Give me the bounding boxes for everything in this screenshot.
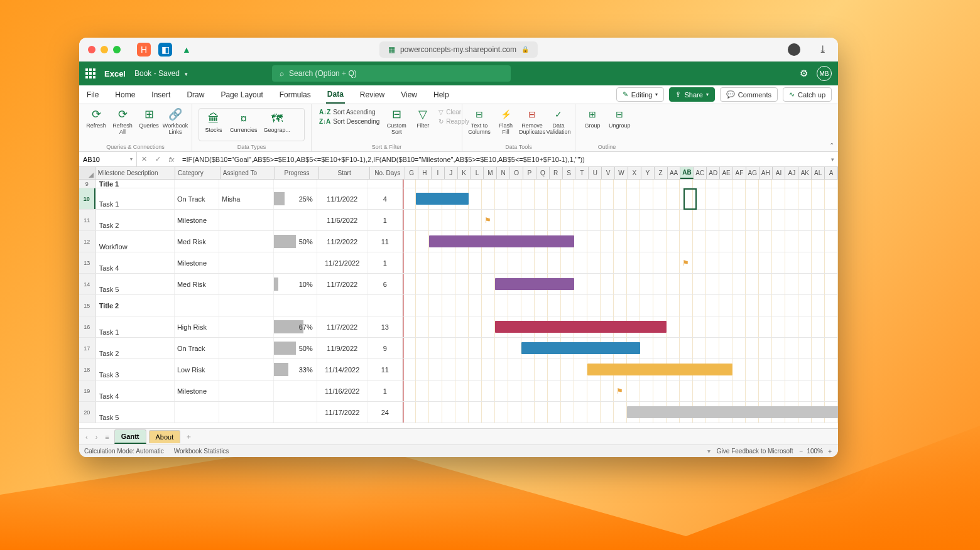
comments-button[interactable]: 💬Comments bbox=[720, 87, 778, 102]
column-header[interactable]: AH bbox=[760, 167, 773, 179]
column-header[interactable]: L bbox=[471, 167, 484, 179]
column-header[interactable]: Q bbox=[536, 167, 550, 179]
column-header[interactable]: AA bbox=[668, 167, 681, 179]
column-header[interactable]: Y bbox=[641, 167, 655, 179]
row-header[interactable]: 20 bbox=[79, 402, 95, 423]
pinned-tab[interactable]: H bbox=[137, 43, 151, 57]
sort-desc-button[interactable]: Z↓ASort Descending bbox=[319, 117, 379, 126]
gantt-bar[interactable] bbox=[495, 321, 667, 333]
menu-tab-home[interactable]: Home bbox=[114, 87, 136, 103]
pinned-tab[interactable]: ▲ bbox=[180, 43, 193, 57]
cell[interactable] bbox=[219, 316, 274, 337]
column-header[interactable]: A bbox=[825, 167, 838, 179]
feedback-link[interactable]: Give Feedback to Microsoft bbox=[717, 448, 793, 455]
sheet-list-icon[interactable]: ≡ bbox=[102, 433, 111, 441]
extension-icon[interactable] bbox=[788, 43, 800, 56]
row-header[interactable]: 15 bbox=[79, 295, 95, 316]
column-header[interactable]: AJ bbox=[785, 167, 798, 179]
cell[interactable]: Task 2 bbox=[95, 338, 175, 359]
menu-tab-insert[interactable]: Insert bbox=[150, 87, 172, 103]
column-header[interactable]: W bbox=[615, 167, 628, 179]
catchup-button[interactable]: ∿Catch up bbox=[783, 87, 832, 102]
cell[interactable]: On Track bbox=[175, 188, 219, 209]
cell[interactable] bbox=[219, 274, 274, 294]
menu-tab-page-layout[interactable]: Page Layout bbox=[219, 87, 264, 103]
cell[interactable]: Task 5 bbox=[95, 274, 175, 294]
add-sheet-icon[interactable]: ＋ bbox=[183, 432, 195, 441]
document-name[interactable]: Book - Saved▾ bbox=[134, 69, 188, 78]
column-header[interactable]: S bbox=[563, 167, 576, 179]
address-bar[interactable]: ▦ powerconcepts-my.sharepoint.com 🔒 bbox=[379, 41, 538, 58]
accept-formula-icon[interactable]: ✓ bbox=[151, 155, 165, 163]
cell[interactable]: 6 bbox=[368, 274, 403, 294]
column-header[interactable]: K bbox=[458, 167, 471, 179]
dropdown-icon[interactable]: ▾ bbox=[707, 448, 710, 455]
cell[interactable] bbox=[219, 210, 274, 230]
cell[interactable] bbox=[317, 180, 368, 188]
menu-tab-help[interactable]: Help bbox=[432, 87, 450, 103]
collapse-ribbon-icon[interactable]: ⌃ bbox=[829, 142, 834, 149]
cell[interactable]: 67% bbox=[274, 316, 317, 337]
fx-icon[interactable]: fx bbox=[165, 156, 178, 163]
column-header[interactable]: G bbox=[405, 167, 418, 179]
gantt-bar[interactable] bbox=[627, 406, 838, 418]
avatar[interactable]: MB bbox=[817, 66, 832, 81]
gantt-area[interactable]: ⚑ bbox=[403, 210, 838, 230]
cell[interactable] bbox=[219, 180, 274, 188]
data-validation-button[interactable]: ✓Data Validation bbox=[547, 107, 570, 137]
sheet-tab-gantt[interactable]: Gantt bbox=[114, 429, 146, 444]
column-header[interactable]: Z bbox=[655, 167, 668, 179]
cell[interactable] bbox=[219, 231, 274, 252]
gantt-bar[interactable] bbox=[587, 364, 732, 375]
cell[interactable] bbox=[368, 180, 403, 188]
column-header[interactable]: AI bbox=[773, 167, 786, 179]
column-header[interactable]: Milestone Description bbox=[95, 167, 175, 179]
stocks-button[interactable]: 🏛Stocks bbox=[202, 111, 226, 135]
gantt-area[interactable] bbox=[403, 402, 838, 423]
cell[interactable] bbox=[219, 338, 274, 359]
cell[interactable]: Milestone bbox=[175, 252, 219, 273]
gantt-area[interactable] bbox=[403, 338, 838, 359]
select-all-corner[interactable] bbox=[79, 167, 95, 179]
menu-tab-draw[interactable]: Draw bbox=[185, 87, 205, 103]
cell[interactable]: 11/7/2022 bbox=[317, 316, 368, 337]
cell[interactable] bbox=[274, 210, 317, 230]
column-header[interactable]: U bbox=[589, 167, 602, 179]
sort-asc-button[interactable]: A↓ZSort Ascending bbox=[319, 108, 379, 116]
column-header[interactable]: P bbox=[523, 167, 536, 179]
cell[interactable] bbox=[219, 402, 274, 423]
cell[interactable] bbox=[219, 359, 274, 380]
cell[interactable]: Misha bbox=[219, 188, 274, 209]
cell[interactable]: Task 5 bbox=[95, 402, 175, 423]
column-header[interactable]: J bbox=[445, 167, 458, 179]
geography-button[interactable]: 🗺Geograp... bbox=[262, 111, 293, 135]
cell[interactable]: 11 bbox=[368, 231, 403, 252]
cell[interactable]: Task 4 bbox=[95, 380, 175, 401]
column-header[interactable]: AB bbox=[680, 167, 694, 179]
row-header[interactable]: 19 bbox=[79, 380, 95, 401]
cell[interactable] bbox=[219, 380, 274, 401]
cell[interactable]: Low Risk bbox=[175, 359, 219, 380]
cell[interactable] bbox=[274, 180, 317, 188]
menu-tab-formulas[interactable]: Formulas bbox=[278, 87, 312, 103]
column-header[interactable]: Progress bbox=[275, 167, 319, 179]
row-header[interactable]: 12 bbox=[79, 231, 95, 252]
cell[interactable]: 9 bbox=[368, 338, 403, 359]
gantt-area[interactable] bbox=[403, 295, 838, 316]
cell[interactable]: 11/7/2022 bbox=[317, 274, 368, 294]
column-header[interactable]: O bbox=[510, 167, 523, 179]
column-header[interactable]: M bbox=[484, 167, 497, 179]
gantt-area[interactable]: ⚑ bbox=[403, 252, 838, 273]
column-header[interactable]: T bbox=[575, 167, 589, 179]
cell[interactable] bbox=[175, 180, 219, 188]
gantt-area[interactable] bbox=[403, 188, 838, 209]
column-header[interactable]: H bbox=[418, 167, 432, 179]
cell[interactable]: 11/6/2022 bbox=[317, 210, 368, 230]
sheet-nav-prev-icon[interactable]: ‹ bbox=[83, 433, 90, 441]
cell[interactable]: 10% bbox=[274, 274, 317, 294]
refresh-all-button[interactable]: ⟳Refresh All bbox=[111, 107, 134, 137]
column-header[interactable]: No. Days bbox=[370, 167, 405, 179]
cell[interactable] bbox=[274, 252, 317, 273]
row-header[interactable]: 13 bbox=[79, 252, 95, 273]
cell[interactable] bbox=[219, 295, 274, 316]
